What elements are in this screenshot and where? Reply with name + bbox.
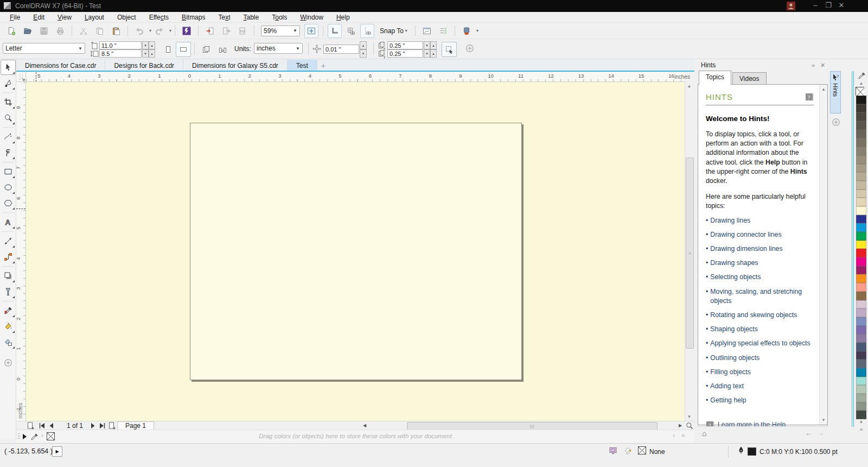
page-size-preset-select[interactable]: Letter▼ xyxy=(3,43,85,54)
horizontal-ruler[interactable]: 54321012345678910111213141516inches xyxy=(26,72,685,82)
print-button[interactable] xyxy=(53,24,67,38)
menu-table[interactable]: Table xyxy=(237,12,266,22)
all-pages-button[interactable] xyxy=(199,42,214,57)
rectangle-tool[interactable] xyxy=(1,164,16,179)
last-page-button[interactable] xyxy=(98,421,107,430)
palette-color-swatch[interactable] xyxy=(856,300,866,309)
customize-property-bar-button[interactable] xyxy=(465,44,474,53)
close-button[interactable]: ✕ xyxy=(835,0,847,12)
palette-color-swatch[interactable] xyxy=(856,190,866,198)
new-document-button[interactable] xyxy=(4,24,18,38)
cut-button[interactable] xyxy=(76,24,91,38)
dimension-tool[interactable] xyxy=(1,234,16,249)
ellipse-tool[interactable] xyxy=(1,180,16,195)
save-button[interactable] xyxy=(37,24,51,38)
hint-topic-link[interactable]: •Getting help xyxy=(706,396,814,405)
current-page-button[interactable] xyxy=(215,42,230,57)
menu-help[interactable]: Help xyxy=(330,12,356,22)
artistic-media-tool[interactable] xyxy=(1,145,16,160)
home-icon[interactable]: ⌂ xyxy=(702,429,706,438)
palette-color-swatch[interactable] xyxy=(856,334,866,343)
hint-topic-link[interactable]: •Filling objects xyxy=(706,368,814,377)
show-rulers-button[interactable] xyxy=(328,24,342,38)
page-height-spinner[interactable]: ▼▲ xyxy=(142,49,155,58)
palette-color-swatch[interactable] xyxy=(856,198,866,206)
nudge-offset-spinner[interactable]: ▲▼ xyxy=(360,41,367,58)
color-eyedropper-tool[interactable] xyxy=(1,303,16,318)
forward-arrow-icon[interactable]: → xyxy=(817,429,824,437)
menu-layout[interactable]: Layout xyxy=(78,12,111,22)
portrait-orientation-button[interactable] xyxy=(161,42,176,57)
scroll-right-icon[interactable]: ▶ xyxy=(675,421,685,430)
palette-color-swatch[interactable] xyxy=(856,181,866,190)
minimize-button[interactable]: – xyxy=(809,0,821,12)
add-tool-button[interactable] xyxy=(1,355,16,370)
show-grid-button[interactable] xyxy=(344,24,358,38)
palette-color-swatch[interactable] xyxy=(856,343,866,351)
palette-color-swatch[interactable] xyxy=(856,232,866,241)
duplicate-x-spinner[interactable]: ▼▲ xyxy=(424,41,437,49)
docker-scrollbar[interactable]: ▲ ▼ xyxy=(819,85,827,425)
palette-color-swatch[interactable] xyxy=(856,96,866,104)
palette-color-swatch[interactable] xyxy=(856,377,866,386)
welcome-screen-dropdown-icon[interactable]: ▾ xyxy=(476,28,478,33)
docker-float-icon[interactable]: » xyxy=(812,62,815,68)
menu-object[interactable]: Object xyxy=(111,12,143,22)
scroll-up-icon[interactable]: ▲ xyxy=(685,84,693,89)
document-tab[interactable]: Dimensions for Galaxy S5.cdr xyxy=(183,60,288,72)
hint-topic-link[interactable]: •Moving, scaling, and stretching objects xyxy=(706,287,814,306)
outline-pen-icon[interactable] xyxy=(737,446,745,455)
welcome-screen-button[interactable] xyxy=(459,24,474,38)
palette-color-swatch[interactable] xyxy=(856,266,866,275)
palette-scroll-up-icon[interactable]: ▲ xyxy=(856,80,867,87)
document-tab[interactable]: Designs for Back.cdr xyxy=(105,60,183,72)
docker-scroll-up-icon[interactable]: ▲ xyxy=(820,87,827,92)
hint-topic-link[interactable]: •Rotating and skewing objects xyxy=(706,311,814,320)
duplicate-distance-x-input[interactable]: 0.25 " xyxy=(387,41,423,49)
hint-topic-link[interactable]: •Drawing connector lines xyxy=(706,230,814,239)
app-launcher-button[interactable] xyxy=(436,24,450,38)
palette-color-swatch[interactable] xyxy=(856,223,866,232)
vertical-scrollbar[interactable]: ▲ ≡ ▼ xyxy=(685,82,693,421)
add-page-after-button[interactable] xyxy=(107,421,117,430)
palette-color-swatch[interactable] xyxy=(856,104,866,113)
vertical-ruler[interactable]: 98765432101inches xyxy=(16,82,26,421)
hint-topic-link[interactable]: •Selecting objects xyxy=(706,273,814,282)
hint-topic-link[interactable]: •Applying special effects to objects xyxy=(706,339,814,348)
back-arrow-icon[interactable]: ← xyxy=(805,429,812,437)
fill-color-icon[interactable] xyxy=(624,446,633,455)
hint-topic-link[interactable]: •Drawing dimension lines xyxy=(706,244,814,254)
pick-tool[interactable] xyxy=(1,60,16,75)
palette-no-color-swatch[interactable] xyxy=(856,87,867,96)
paste-button[interactable] xyxy=(109,24,123,38)
connector-tool[interactable] xyxy=(1,249,16,264)
palette-top-eyedropper-icon[interactable] xyxy=(858,71,865,80)
palette-color-swatch[interactable] xyxy=(856,283,866,292)
record-position-button[interactable]: ▶ xyxy=(52,446,62,457)
page-width-input[interactable]: 11.0 " xyxy=(99,41,142,49)
fill-tool[interactable] xyxy=(1,319,16,334)
hints-docked-tab[interactable]: ? Hints xyxy=(830,71,841,113)
polygon-tool[interactable] xyxy=(1,195,16,211)
page-height-input[interactable]: 8.5 " xyxy=(99,49,142,58)
hint-topic-link[interactable]: •Outlining objects xyxy=(706,354,814,363)
docker-tab-videos[interactable]: Videos xyxy=(732,72,766,85)
horizontal-scrollbar[interactable]: ||| xyxy=(368,421,691,430)
palette-color-swatch[interactable] xyxy=(856,274,866,283)
vertical-scroll-thumb[interactable]: ≡ xyxy=(686,157,694,349)
fullscreen-button[interactable] xyxy=(304,24,318,38)
palette-color-swatch[interactable] xyxy=(856,241,866,249)
zoom-corner-icon[interactable] xyxy=(685,421,694,430)
palette-color-swatch[interactable] xyxy=(856,138,866,147)
palette-color-swatch[interactable] xyxy=(856,359,866,368)
add-page-before-button[interactable] xyxy=(26,421,36,430)
document-page[interactable] xyxy=(190,123,522,380)
palette-expand-more-icon[interactable]: » xyxy=(856,426,867,432)
units-select[interactable]: inches▼ xyxy=(254,43,303,54)
freehand-tool[interactable] xyxy=(1,129,16,144)
landscape-orientation-button[interactable] xyxy=(176,42,191,57)
open-button[interactable] xyxy=(21,24,35,38)
snap-to-dropdown[interactable]: Snap To▾ xyxy=(380,27,407,35)
export-button[interactable] xyxy=(219,24,233,38)
palette-scroll-down-icon[interactable]: ▼ xyxy=(856,419,867,426)
